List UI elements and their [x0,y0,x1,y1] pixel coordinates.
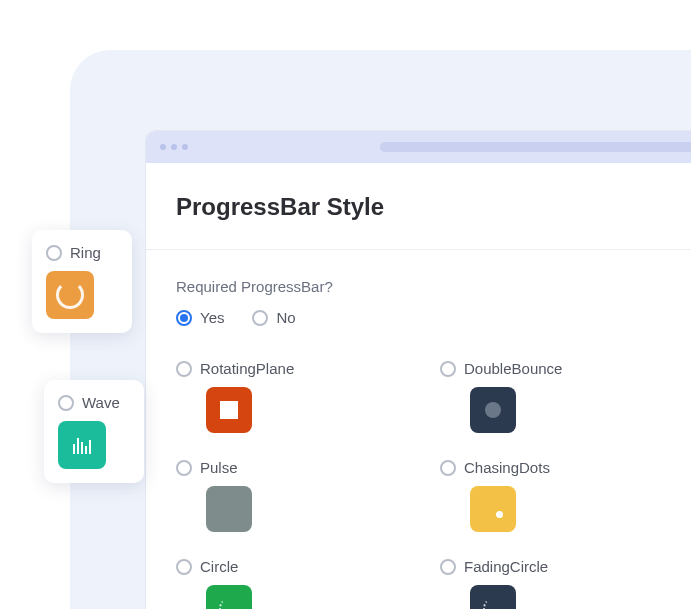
window-dot-icon [171,144,177,150]
required-yes-radio[interactable]: Yes [176,309,224,326]
radio-unselected-icon [58,395,74,411]
style-label: Pulse [200,459,238,476]
float-card-wave[interactable]: Wave [44,380,144,483]
wave-swatch-icon [58,421,106,469]
page-content: ProgressBar Style Required ProgressBar? … [146,163,691,609]
window-dot-icon [182,144,188,150]
style-label: ChasingDots [464,459,550,476]
radio-unselected-icon [176,460,192,476]
style-label: FadingCircle [464,558,548,575]
radio-unselected-icon [46,245,62,261]
fadingcircle-swatch-icon [470,585,516,609]
radio-label: No [276,309,295,326]
doublebounce-swatch-icon [470,387,516,433]
style-label: Wave [82,394,120,411]
style-option-chasingdots[interactable]: ChasingDots [440,459,684,532]
url-bar[interactable] [380,142,691,152]
required-question: Required ProgressBar? [176,278,684,295]
radio-selected-icon [176,310,192,326]
radio-unselected-icon [176,361,192,377]
style-label: RotatingPlane [200,360,294,377]
style-option-circle[interactable]: Circle [176,558,420,609]
radio-unselected-icon [252,310,268,326]
float-card-ring[interactable]: Ring [32,230,132,333]
window-dot-icon [160,144,166,150]
divider [146,249,691,250]
style-options-grid: RotatingPlane DoubleBounce Pulse [176,360,684,609]
radio-unselected-icon [176,559,192,575]
browser-window: ProgressBar Style Required ProgressBar? … [145,130,691,609]
circle-swatch-icon [206,585,252,609]
style-option-fadingcircle[interactable]: FadingCircle [440,558,684,609]
browser-titlebar [146,131,691,163]
style-label: Circle [200,558,238,575]
chasingdots-swatch-icon [470,486,516,532]
style-option-doublebounce[interactable]: DoubleBounce [440,360,684,433]
style-option-pulse[interactable]: Pulse [176,459,420,532]
window-controls [160,144,188,150]
rotatingplane-swatch-icon [206,387,252,433]
style-label: Ring [70,244,101,261]
style-option-rotatingplane[interactable]: RotatingPlane [176,360,420,433]
required-no-radio[interactable]: No [252,309,295,326]
style-label: DoubleBounce [464,360,562,377]
radio-unselected-icon [440,361,456,377]
radio-unselected-icon [440,559,456,575]
page-title: ProgressBar Style [176,193,684,221]
required-radio-group: Yes No [176,309,684,326]
ring-swatch-icon [46,271,94,319]
pulse-swatch-icon [206,486,252,532]
radio-unselected-icon [440,460,456,476]
radio-label: Yes [200,309,224,326]
